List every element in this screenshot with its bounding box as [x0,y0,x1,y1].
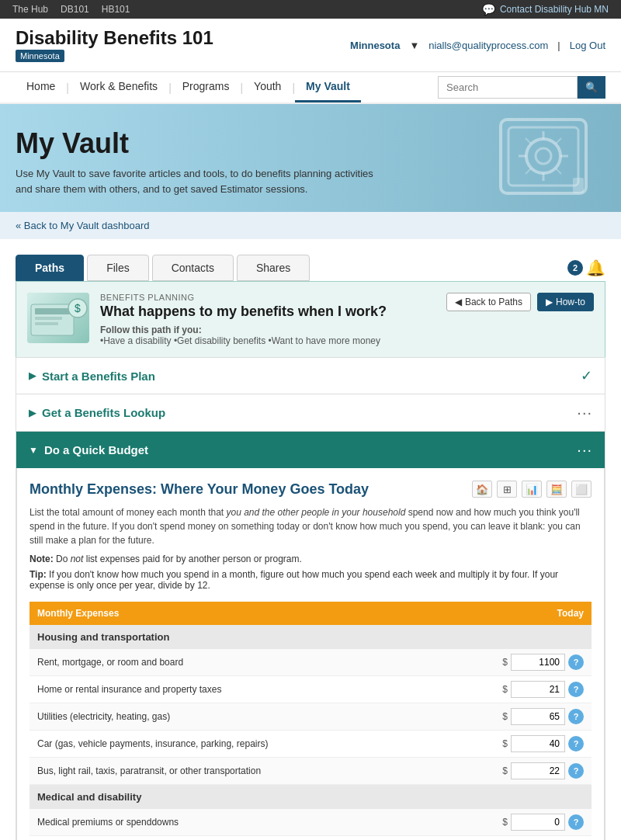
vault-illustration [489,112,598,205]
dollar-sign: $ [502,765,508,776]
expense-label: Home or rental insurance and property ta… [29,676,433,703]
help-button[interactable]: ? [568,814,584,830]
col-monthly-expenses: Monthly Expenses [29,602,433,625]
help-button[interactable]: ? [568,709,584,724]
input-cell: $ ? [441,735,584,752]
budget-calc-icon[interactable]: 🧮 [546,481,567,498]
svg-line-8 [526,138,531,144]
accordion-arrow-start: ▶ [29,370,36,381]
nav-my-vault[interactable]: My Vault [295,72,361,102]
tabs: Paths Files Contacts Shares [16,255,310,281]
accordion-dots-lookup: ··· [577,404,592,422]
path-card-label: BENEFITS PLANNING [100,293,435,302]
table-section-header: Housing and transportation [29,625,592,649]
accordion-quick-budget: ▼ Do a Quick Budget ··· Monthly Expenses… [16,431,605,840]
top-bar-link-db101[interactable]: DB101 [61,4,89,15]
accordion-title-benefits-lookup: ▶ Get a Benefits Lookup [29,406,165,419]
accordion-header-quick-budget[interactable]: ▼ Do a Quick Budget ··· [16,432,605,468]
expense-input[interactable] [511,762,565,779]
how-to-button[interactable]: ▶ How-to [537,293,594,311]
expense-input[interactable] [511,708,565,725]
nav-youth[interactable]: Youth [243,72,292,102]
top-bar-link-hb101[interactable]: HB101 [102,4,130,15]
svg-rect-14 [35,308,70,314]
table-section-header: Medical and disability [29,785,592,810]
budget-print-icon[interactable]: ⬜ [571,481,592,498]
help-button[interactable]: ? [568,654,584,670]
table-row: Utilities (electricity, heating, gas) $ … [29,703,592,731]
accordion-header-start-benefits[interactable]: ▶ Start a Benefits Plan ✓ [16,358,605,394]
table-row: Home or rental insurance and property ta… [29,676,592,703]
accordion-arrow-budget: ▼ [29,445,38,456]
budget-chart-icon[interactable]: 📊 [522,481,542,498]
expense-label: Utilities (electricity, heating, gas) [29,703,433,731]
budget-tip: Tip: If you don't know how much you spen… [29,569,592,591]
dollar-sign: $ [502,711,508,722]
expense-input[interactable] [511,814,565,831]
svg-rect-15 [35,317,62,320]
table-row: Rent, mortgage, or room and board $ ? [29,649,592,676]
header-right: Minnesota ▼ nialls@qualityprocess.com | … [350,40,605,51]
col-today: Today [433,602,592,625]
help-button[interactable]: ? [568,682,584,697]
input-cell: $ ? [441,814,584,831]
search-button[interactable]: 🔍 [578,76,605,99]
header-sep-1: ▼ [409,40,419,51]
back-to-paths-button[interactable]: ◀ Back to Paths [446,293,531,311]
chat-icon: 💬 [482,3,495,16]
header-sep-2: | [557,40,560,51]
contact-label[interactable]: Contact Disability Hub MN [500,4,609,15]
state-selector[interactable]: Minnesota [350,40,400,51]
search-input[interactable] [438,76,578,99]
accordion-check-icon: ✓ [581,367,592,384]
tab-shares[interactable]: Shares [237,255,310,281]
budget-table-icon[interactable]: ⊞ [497,481,517,498]
user-email[interactable]: nialls@qualityprocess.com [428,40,548,51]
search-bar: 🔍 [438,76,605,99]
table-row: Car (gas, vehicle payments, insurance, p… [29,731,592,758]
tab-paths[interactable]: Paths [16,255,84,281]
nav-work-benefits[interactable]: Work & Benefits [69,72,168,102]
path-card: $ BENEFITS PLANNING What happens to my b… [16,281,605,358]
budget-home-icon[interactable]: 🏠 [472,481,492,498]
hero-description: Use My Vault to save favorite articles a… [16,166,388,196]
nav-links: Home | Work & Benefits | Programs | Yout… [16,72,361,102]
top-bar-link-hub[interactable]: The Hub [12,4,48,15]
svg-rect-16 [35,322,58,325]
tab-contacts[interactable]: Contacts [152,255,234,281]
help-button[interactable]: ? [568,763,584,779]
notification-count: 2 [567,260,583,276]
expense-input[interactable] [511,681,565,698]
svg-rect-12 [573,178,584,193]
accordion-benefits-lookup: ▶ Get a Benefits Lookup ··· [16,394,605,432]
back-to-vault-link[interactable]: « Back to My Vault dashboard [16,220,149,231]
svg-text:$: $ [75,302,81,314]
top-bar-contact: 💬 Contact Disability Hub MN [482,3,609,16]
nav-programs[interactable]: Programs [172,72,241,102]
expense-label: Bus, light rail, taxis, paratransit, or … [29,758,433,785]
expense-input[interactable] [511,735,565,752]
svg-line-9 [556,138,561,144]
expense-label: Medications, copayments, and other expen… [29,836,433,840]
help-button[interactable]: ? [568,736,584,751]
notification-bell[interactable]: 2 🔔 [567,259,605,277]
accordion-header-benefits-lookup[interactable]: ▶ Get a Benefits Lookup ··· [16,394,605,431]
path-card-desc: Follow this path if you: •Have a disabil… [100,325,435,346]
accordion-title-start-benefits: ▶ Start a Benefits Plan [29,370,155,383]
tab-files[interactable]: Files [87,255,149,281]
accordion-dots-budget: ··· [577,441,592,459]
path-card-title: What happens to my benefits when I work? [100,304,435,320]
expense-input[interactable] [511,654,565,671]
expense-label: Rent, mortgage, or room and board [29,649,433,676]
brand: Disability Benefits 101 Minnesota [16,28,213,62]
table-row: Medications, copayments, and other expen… [29,836,592,840]
table-row: Bus, light rail, taxis, paratransit, or … [29,758,592,785]
video-icon: ▶ [546,297,553,307]
accordion-start-benefits: ▶ Start a Benefits Plan ✓ [16,357,605,394]
path-card-body: BENEFITS PLANNING What happens to my ben… [100,293,435,346]
nav-home[interactable]: Home [16,72,66,102]
site-title: Disability Benefits 101 [16,28,213,48]
logout-link[interactable]: Log Out [570,40,605,51]
path-card-follow: Follow this path if you: [100,325,202,335]
dollar-sign: $ [502,684,508,695]
